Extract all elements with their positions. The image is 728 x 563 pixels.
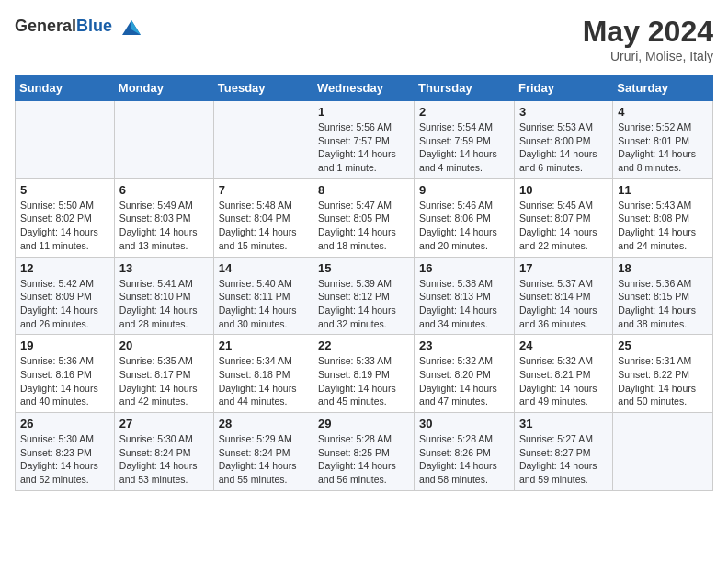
month-year-title: May 2024 — [583, 15, 713, 49]
calendar-cell: 1Sunrise: 5:56 AMSunset: 7:57 PMDaylight… — [313, 101, 415, 179]
day-number: 16 — [419, 261, 509, 275]
calendar-cell: 3Sunrise: 5:53 AMSunset: 8:00 PMDaylight… — [514, 101, 612, 179]
calendar-cell: 2Sunrise: 5:54 AMSunset: 7:59 PMDaylight… — [415, 101, 515, 179]
weekday-header-friday: Friday — [514, 75, 612, 101]
day-number: 12 — [20, 261, 109, 275]
weekday-header-thursday: Thursday — [415, 75, 515, 101]
day-info: Sunrise: 5:30 AMSunset: 8:23 PMDaylight:… — [20, 432, 109, 487]
day-number: 27 — [119, 417, 209, 431]
day-info: Sunrise: 5:32 AMSunset: 8:20 PMDaylight:… — [419, 354, 509, 408]
day-info: Sunrise: 5:39 AMSunset: 8:12 PMDaylight:… — [318, 277, 409, 331]
day-number: 3 — [519, 105, 608, 119]
day-info: Sunrise: 5:46 AMSunset: 8:06 PMDaylight:… — [419, 199, 509, 253]
title-block: May 2024 Ururi, Molise, Italy — [583, 15, 713, 63]
weekday-header-monday: Monday — [114, 75, 213, 101]
day-info: Sunrise: 5:37 AMSunset: 8:14 PMDaylight:… — [519, 277, 608, 331]
day-number: 29 — [318, 417, 409, 431]
calendar-cell: 16Sunrise: 5:38 AMSunset: 8:13 PMDayligh… — [415, 257, 515, 335]
calendar-cell: 23Sunrise: 5:32 AMSunset: 8:20 PMDayligh… — [415, 335, 515, 413]
calendar-cell: 15Sunrise: 5:39 AMSunset: 8:12 PMDayligh… — [313, 257, 415, 335]
day-info: Sunrise: 5:28 AMSunset: 8:26 PMDaylight:… — [419, 432, 509, 487]
day-number: 28 — [219, 417, 308, 431]
calendar-cell: 8Sunrise: 5:47 AMSunset: 8:05 PMDaylight… — [313, 178, 415, 257]
calendar-cell: 28Sunrise: 5:29 AMSunset: 8:24 PMDayligh… — [213, 413, 313, 491]
day-number: 15 — [318, 261, 409, 275]
weekday-header-saturday: Saturday — [613, 75, 713, 101]
day-info: Sunrise: 5:34 AMSunset: 8:18 PMDaylight:… — [219, 354, 308, 408]
calendar-week-row: 12Sunrise: 5:42 AMSunset: 8:09 PMDayligh… — [16, 257, 713, 335]
calendar-cell: 11Sunrise: 5:43 AMSunset: 8:08 PMDayligh… — [613, 178, 713, 257]
day-info: Sunrise: 5:33 AMSunset: 8:19 PMDaylight:… — [318, 354, 409, 408]
day-info: Sunrise: 5:32 AMSunset: 8:21 PMDaylight:… — [519, 354, 608, 408]
day-number: 14 — [219, 261, 308, 275]
calendar-week-row: 19Sunrise: 5:36 AMSunset: 8:16 PMDayligh… — [16, 335, 713, 413]
calendar-cell: 17Sunrise: 5:37 AMSunset: 8:14 PMDayligh… — [514, 257, 612, 335]
day-number: 8 — [318, 183, 409, 197]
calendar-cell: 27Sunrise: 5:30 AMSunset: 8:24 PMDayligh… — [114, 413, 213, 491]
logo: GeneralBlue — [15, 15, 144, 40]
day-info: Sunrise: 5:31 AMSunset: 8:22 PMDaylight:… — [618, 354, 708, 408]
day-number: 24 — [519, 339, 608, 352]
calendar-cell: 7Sunrise: 5:48 AMSunset: 8:04 PMDaylight… — [213, 178, 313, 257]
day-info: Sunrise: 5:45 AMSunset: 8:07 PMDaylight:… — [519, 199, 608, 253]
calendar-cell: 19Sunrise: 5:36 AMSunset: 8:16 PMDayligh… — [16, 335, 115, 413]
calendar-cell: 30Sunrise: 5:28 AMSunset: 8:26 PMDayligh… — [415, 413, 515, 491]
day-number: 21 — [219, 339, 308, 352]
day-number: 7 — [219, 183, 308, 197]
location-subtitle: Ururi, Molise, Italy — [583, 49, 713, 63]
calendar-cell: 24Sunrise: 5:32 AMSunset: 8:21 PMDayligh… — [514, 335, 612, 413]
day-info: Sunrise: 5:29 AMSunset: 8:24 PMDaylight:… — [219, 432, 308, 487]
calendar-cell: 22Sunrise: 5:33 AMSunset: 8:19 PMDayligh… — [313, 335, 415, 413]
day-number: 1 — [318, 105, 409, 119]
day-info: Sunrise: 5:48 AMSunset: 8:04 PMDaylight:… — [219, 199, 308, 253]
calendar-cell: 25Sunrise: 5:31 AMSunset: 8:22 PMDayligh… — [613, 335, 713, 413]
calendar-cell: 13Sunrise: 5:41 AMSunset: 8:10 PMDayligh… — [114, 257, 213, 335]
day-number: 19 — [20, 339, 109, 352]
day-info: Sunrise: 5:49 AMSunset: 8:03 PMDaylight:… — [119, 199, 209, 253]
day-number: 30 — [419, 417, 509, 431]
day-number: 17 — [519, 261, 608, 275]
day-number: 31 — [519, 417, 608, 431]
day-number: 18 — [618, 261, 708, 275]
calendar-week-row: 1Sunrise: 5:56 AMSunset: 7:57 PMDaylight… — [16, 101, 713, 179]
day-info: Sunrise: 5:56 AMSunset: 7:57 PMDaylight:… — [318, 121, 409, 175]
day-info: Sunrise: 5:27 AMSunset: 8:27 PMDaylight:… — [519, 432, 608, 487]
day-info: Sunrise: 5:52 AMSunset: 8:01 PMDaylight:… — [618, 121, 708, 175]
calendar-table: SundayMondayTuesdayWednesdayThursdayFrid… — [15, 75, 713, 491]
day-info: Sunrise: 5:35 AMSunset: 8:17 PMDaylight:… — [119, 354, 209, 408]
day-number: 6 — [119, 183, 209, 197]
day-info: Sunrise: 5:30 AMSunset: 8:24 PMDaylight:… — [119, 432, 209, 487]
day-info: Sunrise: 5:50 AMSunset: 8:02 PMDaylight:… — [20, 199, 109, 253]
calendar-cell: 26Sunrise: 5:30 AMSunset: 8:23 PMDayligh… — [16, 413, 115, 491]
calendar-cell: 6Sunrise: 5:49 AMSunset: 8:03 PMDaylight… — [114, 178, 213, 257]
weekday-header-tuesday: Tuesday — [213, 75, 313, 101]
day-number: 13 — [119, 261, 209, 275]
day-number: 20 — [119, 339, 209, 352]
calendar-cell: 21Sunrise: 5:34 AMSunset: 8:18 PMDayligh… — [213, 335, 313, 413]
day-number: 25 — [618, 339, 708, 352]
day-info: Sunrise: 5:53 AMSunset: 8:00 PMDaylight:… — [519, 121, 608, 175]
day-info: Sunrise: 5:43 AMSunset: 8:08 PMDaylight:… — [618, 199, 708, 253]
day-number: 2 — [419, 105, 509, 119]
day-info: Sunrise: 5:54 AMSunset: 7:59 PMDaylight:… — [419, 121, 509, 175]
logo-icon — [119, 15, 144, 40]
logo-blue: Blue — [76, 17, 112, 35]
logo-general: General — [15, 17, 76, 35]
day-info: Sunrise: 5:41 AMSunset: 8:10 PMDaylight:… — [119, 277, 209, 331]
calendar-cell: 10Sunrise: 5:45 AMSunset: 8:07 PMDayligh… — [514, 178, 612, 257]
calendar-cell: 20Sunrise: 5:35 AMSunset: 8:17 PMDayligh… — [114, 335, 213, 413]
day-number: 23 — [419, 339, 509, 352]
calendar-cell: 18Sunrise: 5:36 AMSunset: 8:15 PMDayligh… — [613, 257, 713, 335]
calendar-week-row: 26Sunrise: 5:30 AMSunset: 8:23 PMDayligh… — [16, 413, 713, 491]
calendar-cell — [114, 101, 213, 179]
calendar-cell: 31Sunrise: 5:27 AMSunset: 8:27 PMDayligh… — [514, 413, 612, 491]
weekday-header-wednesday: Wednesday — [313, 75, 415, 101]
calendar-cell: 5Sunrise: 5:50 AMSunset: 8:02 PMDaylight… — [16, 178, 115, 257]
day-number: 5 — [20, 183, 109, 197]
day-number: 26 — [20, 417, 109, 431]
calendar-week-row: 5Sunrise: 5:50 AMSunset: 8:02 PMDaylight… — [16, 178, 713, 257]
calendar-cell: 4Sunrise: 5:52 AMSunset: 8:01 PMDaylight… — [613, 101, 713, 179]
calendar-cell: 29Sunrise: 5:28 AMSunset: 8:25 PMDayligh… — [313, 413, 415, 491]
day-info: Sunrise: 5:36 AMSunset: 8:16 PMDaylight:… — [20, 354, 109, 408]
calendar-cell — [613, 413, 713, 491]
